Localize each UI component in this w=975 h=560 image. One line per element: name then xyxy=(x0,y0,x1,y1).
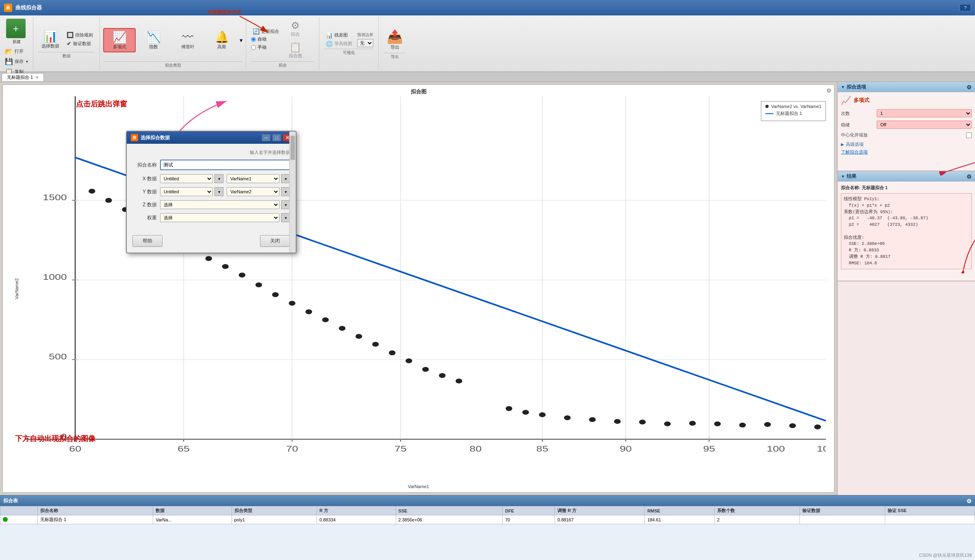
open-button[interactable]: 📂 打开 xyxy=(3,47,30,56)
table-body: 无标题拟合 1 VarNa... poly1 0.88334 2.3856e+0… xyxy=(0,515,975,524)
status-dot xyxy=(3,517,8,522)
gauss-fit-button[interactable]: 🔔 高斯 xyxy=(206,28,238,52)
collapse-arrow-fit: ▼ xyxy=(841,85,845,89)
plot-legend: VarName2 vs. VarName1 无标题拟合 1 xyxy=(761,101,826,121)
results-box: 线性模型 Poly1: f(x) = p1*x + p2 系数(置信边界为 95… xyxy=(841,193,972,269)
robust-select[interactable]: Off xyxy=(877,121,972,129)
table-scroll-area[interactable]: 拟合名称 数据 拟合类型 R 方 SSE DFE 调整 R 方 RMSE 系数个… xyxy=(0,506,975,559)
exponential-label: 指数 xyxy=(149,44,158,50)
new-button[interactable]: ＋ xyxy=(6,19,26,38)
svg-point-71 xyxy=(689,421,696,426)
main-tab[interactable]: 无标题拟合 1 ✕ xyxy=(2,73,44,81)
app-title: 曲线拟合器 xyxy=(15,4,960,11)
x-data-row: X 数据 Untitled ▾ VarName1 ▾ xyxy=(132,174,290,183)
degree-select[interactable]: 1 xyxy=(877,109,972,117)
help-button-dialog[interactable]: 帮助 xyxy=(132,235,162,247)
svg-point-76 xyxy=(814,424,821,429)
fit-button[interactable]: ⚙ 拟合 xyxy=(284,19,307,39)
y-data-col-dropdown-btn[interactable]: ▾ xyxy=(281,187,290,196)
more-fit-types-button[interactable]: ▾ xyxy=(240,37,243,43)
dialog-scrollbar[interactable] xyxy=(289,132,296,253)
help-button[interactable]: ? xyxy=(960,4,971,11)
open-label: 打开 xyxy=(15,48,24,54)
center-scale-checkbox[interactable] xyxy=(966,132,972,138)
svg-text:75: 75 xyxy=(394,444,407,453)
update-fit-button[interactable]: 🔄 更新拟合 xyxy=(251,28,281,35)
gauss-label: 高斯 xyxy=(217,44,226,50)
th-adj-r-square: 调整 R 方 xyxy=(555,506,645,515)
contour-button[interactable]: 🌐 等高线图 xyxy=(324,40,354,48)
y-data-dropdown-btn[interactable]: ▾ xyxy=(214,187,223,196)
weight-select[interactable]: 选择 xyxy=(160,213,280,222)
exclude-label: 排除规则 xyxy=(75,32,93,38)
dialog-maximize-button[interactable]: □ xyxy=(272,134,281,141)
y-data-select[interactable]: Untitled xyxy=(160,187,213,196)
close-button-dialog[interactable]: 关闭 xyxy=(260,235,290,247)
fourier-fit-button[interactable]: 〰 傅里叶 xyxy=(171,28,204,52)
x-data-col-select[interactable]: VarName1 xyxy=(227,174,280,183)
svg-point-65 xyxy=(539,412,546,417)
polynomial-fit-button[interactable]: 📈 多项式 xyxy=(103,28,136,52)
degree-label: 次数 xyxy=(841,110,873,117)
x-data-col-dropdown-btn[interactable]: ▾ xyxy=(281,174,290,183)
table-row[interactable]: 无标题拟合 1 VarNa... poly1 0.88334 2.3856e+0… xyxy=(0,515,975,524)
svg-text:80: 80 xyxy=(470,444,482,453)
table-gear-icon[interactable]: ⚙ xyxy=(966,498,972,504)
td-fit-name: 无标题拟合 1 xyxy=(38,515,153,524)
auto-radio[interactable]: 自动 xyxy=(251,36,281,42)
advanced-options-row[interactable]: ▶ 高级选项 xyxy=(841,141,972,147)
th-fit-name: 拟合名称 xyxy=(38,506,153,515)
robust-label: 稳健 xyxy=(841,122,873,128)
fit-options-gear[interactable]: ⚙ xyxy=(966,84,972,91)
fit-figure-button[interactable]: 📋 拟合图 xyxy=(284,40,307,60)
results-line-9: 调整 R 方: 0.8817 xyxy=(844,254,969,260)
manual-radio[interactable]: 手动 xyxy=(251,44,281,50)
pred-bounds-select[interactable]: 无 xyxy=(357,39,373,47)
export-label: 导出 xyxy=(390,44,399,50)
plot-gear-icon[interactable]: ⚙ xyxy=(826,87,832,94)
residuals-button[interactable]: 📊 残差图 xyxy=(324,32,354,39)
svg-point-68 xyxy=(614,419,621,424)
weight-dropdown-btn[interactable]: ▾ xyxy=(281,213,290,222)
tab-close-button[interactable]: ✕ xyxy=(35,75,39,80)
dialog-scrollbar-thumb[interactable] xyxy=(290,136,295,160)
results-content: 拟合名称: 无标题拟合 1 线性模型 Poly1: f(x) = p1*x + … xyxy=(838,182,975,281)
legend-label-line: 无标题拟合 1 xyxy=(776,110,802,117)
weight-label: 权重 xyxy=(132,214,157,221)
plot-title: 拟合图 xyxy=(3,85,834,97)
table-head: 拟合名称 数据 拟合类型 R 方 SSE DFE 调整 R 方 RMSE 系数个… xyxy=(0,506,975,515)
results-line-4: p1 = -40.37 (-43.86, -36.87) xyxy=(844,215,969,222)
exclude-rules-button[interactable]: 🔲 排除规则 xyxy=(65,31,95,39)
z-data-select[interactable]: 选择 xyxy=(160,200,280,209)
table-header-row: 拟合名称 数据 拟合类型 R 方 SSE DFE 调整 R 方 RMSE 系数个… xyxy=(0,506,975,515)
td-status xyxy=(0,515,38,524)
x-data-select[interactable]: Untitled xyxy=(160,174,213,183)
z-data-select-wrapper: 选择 ▾ xyxy=(160,200,290,209)
save-button[interactable]: 💾 保存 ▾ xyxy=(3,57,30,66)
center-scale-row: 中心化并缩放 xyxy=(841,132,972,138)
y-axis-label: VarName2 xyxy=(14,278,19,299)
dialog-controls: ─ □ ✕ xyxy=(262,134,292,141)
x-data-dropdown-btn[interactable]: ▾ xyxy=(214,174,223,183)
results-line-2: f(x) = p1*x + p2 xyxy=(844,203,969,209)
legend-item-dots: VarName2 vs. VarName1 xyxy=(765,104,821,109)
select-data-label: 选择数据 xyxy=(41,43,59,49)
y-data-col-select[interactable]: VarName2 xyxy=(227,187,280,196)
svg-point-66 xyxy=(564,415,570,420)
right-panel: ▼ 拟合选项 ⚙ 📈 多项式 次数 1 稳健 xyxy=(837,82,975,495)
export-group-label: 导出 xyxy=(384,53,406,60)
main-area: ⚙ 拟合图 VarName2 VarName1 0 500 1000 1500 … xyxy=(0,82,975,495)
th-valid-sse: 验证 SSE xyxy=(885,506,975,515)
auto-label: 自动 xyxy=(258,36,266,42)
fit-options-header[interactable]: ▼ 拟合选项 ⚙ xyxy=(838,82,975,92)
validate-data-button[interactable]: ✔ 验证数据 xyxy=(65,40,95,47)
results-fit-name-label: 拟合名称: xyxy=(841,185,862,190)
svg-text:85: 85 xyxy=(536,444,548,453)
select-data-button[interactable]: 📊 选择数据 xyxy=(38,28,63,50)
exponential-fit-button[interactable]: 📉 指数 xyxy=(137,28,170,52)
fit-name-label: 拟合名称 xyxy=(132,162,157,169)
dialog-minimize-button[interactable]: ─ xyxy=(262,134,271,141)
export-button[interactable]: 📤 导出 xyxy=(384,28,406,52)
fit-name-input[interactable] xyxy=(160,160,290,170)
z-data-dropdown-btn[interactable]: ▾ xyxy=(281,200,290,209)
